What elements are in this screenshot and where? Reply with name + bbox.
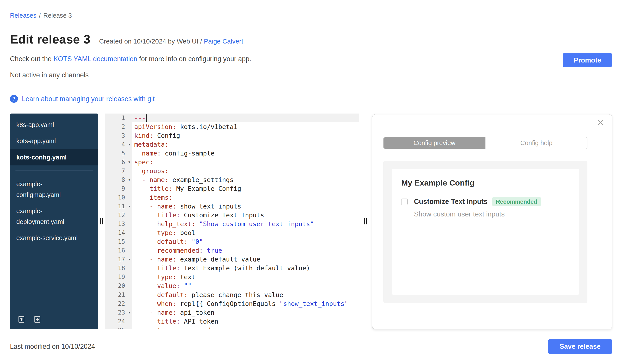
new-file-icon[interactable] [33, 315, 42, 324]
line-number: 1 [105, 114, 132, 122]
tab-config-help[interactable]: Config help [485, 137, 587, 149]
line-number: 2 [105, 122, 132, 131]
code-line[interactable]: value: "" [132, 281, 358, 290]
code-line[interactable]: name: config-sample [132, 149, 358, 158]
line-number: 6▾ [105, 158, 132, 166]
config-group-title: My Example Config [401, 178, 570, 187]
line-number: 5 [105, 149, 132, 158]
git-releases-help-link[interactable]: Learn about managing your releases with … [22, 95, 155, 103]
created-text: Created on 10/10/2024 by Web UI / [99, 38, 204, 45]
title-row: Edit release 3 Created on 10/10/2024 by … [10, 32, 612, 46]
text-cursor [146, 114, 147, 121]
code-line[interactable]: title: My Example Config [132, 184, 358, 193]
fold-toggle-icon[interactable]: ▾ [128, 158, 131, 166]
code-line[interactable]: spec: [132, 158, 358, 166]
code-line[interactable]: type: bool [132, 228, 358, 237]
code-line[interactable]: title: Text Example (with default value) [132, 264, 358, 273]
editor-resize-handle-left[interactable] [100, 218, 103, 225]
customize-text-inputs-checkbox[interactable] [401, 199, 408, 205]
line-number: 18 [105, 264, 132, 273]
author-link[interactable]: Paige Calvert [204, 38, 243, 45]
code-line[interactable]: default: "0" [132, 237, 358, 246]
code-line[interactable]: - name: show_text_inputs [132, 202, 358, 211]
code-line[interactable]: items: [132, 193, 358, 202]
doc-text-suffix: for more info on configuring your app. [137, 55, 251, 62]
line-number: 15 [105, 237, 132, 246]
line-number: 21 [105, 290, 132, 299]
config-item-help-text: Show custom user text inputs [414, 210, 570, 218]
code-line[interactable]: help_text: "Show custom user text inputs… [132, 220, 358, 228]
yaml-editor[interactable]: 1234▾56▾78▾91011▾121314151617▾1819202122… [105, 114, 359, 329]
code-line[interactable]: type: text [132, 273, 358, 281]
fold-toggle-icon[interactable]: ▾ [128, 255, 131, 264]
kots-yaml-doc-link[interactable]: KOTS YAML documentation [53, 55, 137, 62]
code-line[interactable]: when: repl{{ ConfigOptionEquals "show_te… [132, 299, 358, 308]
code-line[interactable]: kind: Config [132, 131, 358, 140]
editor-preview-gap [359, 114, 372, 329]
line-number: 20 [105, 281, 132, 290]
code-line[interactable]: apiVersion: kots.io/v1beta1 [132, 122, 358, 131]
config-item-label: Customize Text Inputs [414, 198, 488, 206]
line-number: 9 [105, 184, 132, 193]
question-mark-icon: ? [10, 95, 18, 103]
file-item-kots-app.yaml[interactable]: kots-app.yaml [10, 133, 99, 149]
code-line[interactable]: --- [132, 114, 358, 122]
line-number: 11▾ [105, 202, 132, 211]
sidebar-footer-divider [16, 305, 93, 305]
created-info: Created on 10/10/2024 by Web UI / Paige … [99, 38, 243, 45]
close-icon[interactable]: ✕ [597, 118, 604, 127]
breadcrumb-separator: / [39, 12, 41, 19]
breadcrumb-current: Release 3 [43, 12, 72, 19]
code-line[interactable]: - name: example_default_value [132, 255, 358, 264]
line-number: 3 [105, 131, 132, 140]
line-number: 22 [105, 299, 132, 308]
tab-config-preview[interactable]: Config preview [384, 137, 485, 149]
breadcrumb: Releases / Release 3 [10, 12, 612, 19]
breadcrumb-releases-link[interactable]: Releases [10, 12, 37, 19]
line-number: 25 [105, 326, 132, 329]
file-list-top: k8s-app.yamlkots-app.yamlkots-config.yam… [10, 117, 99, 165]
code-line[interactable]: metadata: [132, 140, 358, 149]
line-number: 7 [105, 166, 132, 175]
fold-toggle-icon[interactable]: ▾ [128, 175, 131, 184]
file-item-kots-config.yaml[interactable]: kots-config.yaml [10, 149, 99, 165]
file-item-example-deployment.yaml[interactable]: example-deployment.yaml [10, 203, 99, 230]
line-number: 16 [105, 246, 132, 255]
preview-tab-bar: Config previewConfig help [383, 137, 587, 149]
code-line[interactable]: title: API token [132, 317, 358, 326]
recommended-badge: Recommended [492, 197, 541, 206]
config-item-row: Customize Text Inputs Recommended [401, 197, 570, 206]
code-line[interactable]: default: please change this value [132, 290, 358, 299]
code-area[interactable]: ---apiVersion: kots.io/v1beta1kind: Conf… [132, 114, 358, 329]
fold-toggle-icon[interactable]: ▾ [128, 202, 131, 211]
doc-text-prefix: Check out the [10, 55, 53, 62]
editor-resize-handle-right[interactable] [364, 218, 367, 225]
import-file-icon[interactable] [17, 315, 26, 324]
line-number: 14 [105, 228, 132, 237]
save-release-button[interactable]: Save release [548, 339, 612, 354]
release-workspace: k8s-app.yamlkots-app.yamlkots-config.yam… [10, 114, 612, 329]
last-modified-text: Last modified on 10/10/2024 [10, 343, 95, 350]
code-line[interactable]: - name: api_token [132, 308, 358, 317]
file-item-k8s-app.yaml[interactable]: k8s-app.yaml [10, 117, 99, 133]
line-number: 10 [105, 193, 132, 202]
promote-button[interactable]: Promote [563, 53, 612, 67]
fold-toggle-icon[interactable]: ▾ [128, 140, 131, 149]
file-item-example-configmap.yaml[interactable]: example-configmap.yaml [10, 176, 99, 203]
page-title: Edit release 3 [10, 32, 90, 46]
line-number: 4▾ [105, 140, 132, 149]
code-line[interactable]: - name: example_settings [132, 175, 358, 184]
sidebar-footer [10, 300, 99, 329]
code-line[interactable]: groups: [132, 166, 358, 175]
code-line[interactable]: type: password [132, 326, 358, 329]
line-number: 23▾ [105, 308, 132, 317]
fold-toggle-icon[interactable]: ▾ [128, 308, 131, 317]
code-line[interactable]: title: Customize Text Inputs [132, 211, 358, 220]
file-item-example-service.yaml[interactable]: example-service.yaml [10, 230, 99, 246]
edit-release-page: Releases / Release 3 Edit release 3 Crea… [0, 0, 623, 364]
help-row: ? Learn about managing your releases wit… [10, 94, 612, 103]
code-line[interactable]: recommended: true [132, 246, 358, 255]
line-number-gutter: 1234▾56▾78▾91011▾121314151617▾1819202122… [105, 114, 132, 329]
file-list-bottom: example-configmap.yamlexample-deployment… [10, 176, 99, 246]
line-number: 8▾ [105, 175, 132, 184]
